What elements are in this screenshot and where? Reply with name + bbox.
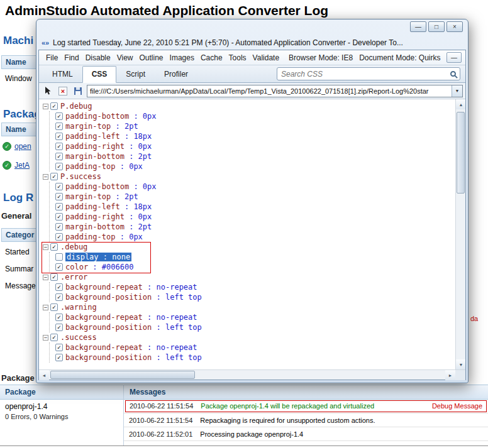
collapse-toggle-icon[interactable]: −: [43, 305, 48, 310]
property-checkbox[interactable]: ✓: [55, 163, 63, 170]
scroll-up-arrow[interactable]: ▲: [456, 99, 465, 109]
property-value: 0px: [138, 212, 152, 221]
css-property-row[interactable]: ✓padding-left : 18px: [50, 131, 455, 141]
collapse-toggle-icon[interactable]: −: [43, 174, 48, 180]
css-selector-row[interactable]: −✓P.debug: [42, 101, 455, 111]
property-checkbox[interactable]: ✓: [55, 183, 63, 190]
css-property-row[interactable]: ✓background-repeat : no-repeat: [50, 342, 455, 352]
horizontal-scroll-thumb[interactable]: [50, 371, 195, 379]
rule-checkbox[interactable]: ✓: [50, 273, 58, 281]
menu-find[interactable]: Find: [61, 52, 82, 63]
collapse-toggle-icon[interactable]: −: [43, 104, 48, 109]
property-checkbox[interactable]: ✓: [55, 143, 63, 150]
menu-outline[interactable]: Outline: [136, 52, 167, 63]
css-selector-row[interactable]: −✓.warning: [42, 302, 455, 312]
search-input[interactable]: [281, 70, 448, 79]
css-property-row[interactable]: ✓padding-bottom : 0px: [50, 182, 455, 192]
property-checkbox[interactable]: ✓: [55, 193, 63, 200]
menu-view[interactable]: View: [114, 52, 136, 63]
css-property-row[interactable]: ✓padding-right : 0px: [50, 141, 455, 151]
rule-checkbox[interactable]: ✓: [50, 102, 58, 110]
tab-script[interactable]: Script: [116, 66, 155, 82]
css-selector-row[interactable]: −✓.success: [42, 332, 455, 342]
document-mode-label[interactable]: Document Mode: Quirks: [359, 53, 440, 62]
title-bar[interactable]: — □ × «» Log started Tuesday, June 22, 2…: [36, 19, 468, 50]
browser-mode-label[interactable]: Browser Mode: IE8: [289, 53, 353, 62]
property-separator: :: [125, 212, 138, 221]
property-checkbox[interactable]: ✓: [55, 344, 63, 351]
css-property-row[interactable]: ✓margin-bottom : 2pt: [50, 151, 455, 161]
rule-checkbox[interactable]: ✓: [50, 334, 58, 341]
package-link[interactable]: open: [14, 142, 31, 151]
property-checkbox[interactable]: ✓: [55, 223, 63, 231]
scroll-down-arrow[interactable]: ▼: [456, 359, 465, 369]
collapse-toggle-icon[interactable]: −: [43, 335, 48, 341]
property-checkbox[interactable]: ✓: [55, 153, 63, 160]
css-selector-row[interactable]: −✓.debug: [42, 242, 455, 252]
css-selector-row[interactable]: −✓.error: [42, 272, 455, 282]
property-checkbox[interactable]: ✓: [55, 112, 63, 120]
css-property-row[interactable]: ✓background-repeat : no-repeat: [50, 282, 455, 292]
property-text: color : #006600: [65, 263, 133, 271]
css-property-row[interactable]: ✓padding-bottom : 0px: [50, 111, 455, 121]
maximize-button[interactable]: □: [428, 21, 445, 32]
css-property-row[interactable]: ✓margin-top : 2pt: [50, 192, 455, 202]
collapse-toggle-icon[interactable]: −: [43, 275, 48, 280]
scroll-left-arrow[interactable]: ◄: [39, 370, 49, 380]
tab-html[interactable]: HTML: [43, 66, 82, 82]
vertical-scrollbar[interactable]: ▲ ▼: [455, 99, 465, 369]
pin-button[interactable]: —: [446, 52, 462, 63]
property-checkbox[interactable]: ✓: [55, 263, 63, 271]
css-property-row[interactable]: ✓background-position : left top: [50, 292, 455, 302]
tab-css[interactable]: CSS: [82, 66, 117, 83]
menu-validate[interactable]: Validate: [250, 52, 282, 63]
property-text: padding-top : 0px: [65, 162, 143, 171]
property-checkbox[interactable]: ✓: [55, 133, 63, 140]
menu-disable[interactable]: Disable: [82, 52, 114, 63]
css-property-row[interactable]: ✓padding-right : 0px: [50, 212, 455, 222]
property-checkbox[interactable]: ✓: [55, 354, 63, 361]
property-checkbox[interactable]: ✓: [55, 233, 63, 241]
css-selector-row[interactable]: −✓P.success: [42, 172, 455, 182]
property-checkbox[interactable]: ✓: [55, 324, 63, 331]
css-property-row[interactable]: ✓padding-left : 18px: [50, 202, 455, 212]
rule-checkbox[interactable]: ✓: [50, 243, 58, 251]
address-dropdown-button[interactable]: ▼: [452, 85, 462, 97]
scroll-right-arrow[interactable]: ►: [445, 370, 455, 380]
select-element-button[interactable]: [42, 85, 54, 97]
menu-file[interactable]: File: [43, 52, 61, 63]
css-property-row[interactable]: ✓padding-top : 0px: [50, 232, 455, 242]
property-checkbox[interactable]: ✓: [55, 283, 63, 291]
css-property-row[interactable]: display : none: [50, 252, 455, 262]
property-checkbox[interactable]: ✓: [55, 123, 63, 130]
css-property-row[interactable]: ✓color : #006600: [50, 262, 455, 272]
close-button[interactable]: ×: [446, 21, 463, 32]
css-property-row[interactable]: ✓margin-bottom : 2pt: [50, 222, 455, 232]
rule-checkbox[interactable]: ✓: [50, 173, 58, 180]
css-property-row[interactable]: ✓background-repeat : no-repeat: [50, 312, 455, 322]
css-property-row[interactable]: ✓margin-top : 2pt: [50, 121, 455, 131]
address-bar[interactable]: file:///C:/Users/michaelurman/AppData/Lo…: [87, 85, 463, 97]
search-icon[interactable]: [450, 71, 456, 77]
property-checkbox[interactable]: ✓: [55, 203, 63, 210]
tab-profiler[interactable]: Profiler: [155, 66, 197, 82]
rule-checkbox[interactable]: ✓: [50, 303, 58, 311]
collapse-toggle-icon[interactable]: −: [43, 244, 48, 250]
property-checkbox[interactable]: ✓: [55, 293, 63, 301]
css-property-row[interactable]: ✓padding-top : 0px: [50, 161, 455, 172]
property-value: 2pt: [125, 122, 138, 131]
save-button[interactable]: [72, 85, 84, 97]
minimize-button[interactable]: —: [410, 21, 426, 32]
menu-cache[interactable]: Cache: [197, 52, 226, 63]
css-property-row[interactable]: ✓background-position : left top: [50, 352, 455, 363]
menu-images[interactable]: Images: [167, 52, 197, 63]
package-link[interactable]: JetA: [14, 161, 30, 170]
clear-highlight-button[interactable]: ×: [57, 85, 69, 97]
menu-tools[interactable]: Tools: [226, 52, 250, 63]
property-checkbox[interactable]: ✓: [55, 213, 63, 221]
vertical-scroll-thumb[interactable]: [457, 112, 465, 194]
property-checkbox[interactable]: [55, 253, 63, 261]
horizontal-scrollbar[interactable]: ◄ ►: [39, 369, 465, 380]
property-checkbox[interactable]: ✓: [55, 314, 63, 321]
css-property-row[interactable]: ✓background-position : left top: [50, 322, 455, 332]
